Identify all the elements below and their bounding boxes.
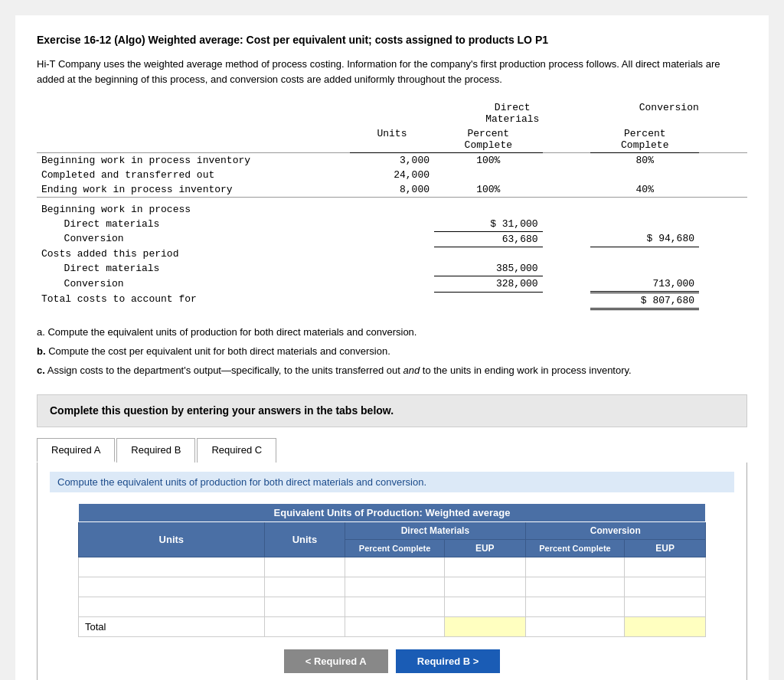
eup-row2-conv-eup-input[interactable] (639, 580, 692, 592)
eup-row2-dm-eup-input[interactable] (458, 580, 511, 592)
dm-header-line2: Materials (485, 113, 539, 125)
dm-header-line1: Direct (495, 102, 531, 113)
units-col-header: Units (377, 128, 407, 139)
eup-row1-dm-eup-input[interactable] (458, 561, 511, 572)
cost-added-dm-label: Direct materials (37, 261, 350, 276)
question-a: a. Compute the equivalent units of produ… (37, 326, 416, 338)
conv-header-line1: Conversion (639, 102, 699, 113)
prev-button[interactable]: < Required A (284, 649, 388, 673)
eup-conv-pct-header: Percent Complete (539, 544, 611, 553)
exercise-title: Exercise 16-12 (Algo) Weighted average: … (37, 34, 747, 46)
eup-table: Equivalent Units of Production: Weighted… (78, 503, 706, 637)
total-costs-label: Total costs to account for (37, 292, 350, 309)
cost-bwip-dm-amt: $ 31,000 (434, 217, 543, 232)
cost-bwip-dm-label: Direct materials (37, 217, 350, 232)
conv-complete-header: Complete (621, 139, 668, 151)
cost-added-conv-dm: 328,000 (434, 276, 543, 293)
eup-total-dm-eup-input[interactable] (458, 620, 511, 632)
dm-pct-header: Percent (468, 128, 510, 139)
tabs-row: Required A Required B Required C (37, 438, 747, 463)
total-costs-amt: $ 807,680 (590, 292, 699, 309)
cost-added-dm-amt: 385,000 (434, 261, 543, 276)
question-b: Compute the cost per equivalent unit for… (48, 345, 390, 357)
row-bwip-conv: 80% (590, 153, 699, 168)
question-c: Assign costs to the department's output—… (47, 365, 632, 376)
eup-total-row: Total (79, 616, 706, 636)
eup-row3-conv-eup-input[interactable] (639, 600, 692, 612)
intro-text: Hi-T Company uses the weighted average m… (37, 57, 747, 87)
row-ewip-dm: 100% (434, 182, 543, 198)
tab-instruction: Compute the equivalent units of producti… (50, 472, 734, 492)
cost-bwip-label: Beginning work in process (37, 202, 350, 217)
complete-box: Complete this question by entering your … (37, 394, 747, 427)
cost-bwip-conv-label: Conversion (37, 231, 350, 247)
questions-section: a. Compute the equivalent units of produ… (37, 324, 747, 379)
row-ewip-units: 8,000 (350, 182, 434, 198)
row-completed-units: 24,000 (350, 168, 434, 182)
question-c-bold: c. (37, 365, 45, 376)
conv-pct-header: Percent (624, 128, 666, 139)
eup-row-2 (79, 577, 706, 597)
eup-row1-units-input[interactable] (278, 561, 332, 572)
cost-bwip-conv-total: $ 94,680 (590, 231, 699, 247)
next-button[interactable]: Required B > (396, 649, 501, 673)
page-container: Exercise 16-12 (Algo) Weighted average: … (15, 15, 769, 680)
cost-added-label: Costs added this period (37, 247, 350, 261)
row-ewip-conv: 40% (590, 182, 699, 198)
eup-total-label: Total (85, 621, 106, 633)
eup-table-title: Equivalent Units of Production: Weighted… (79, 503, 706, 521)
eup-row-1 (79, 557, 706, 577)
eup-row2-dm-pct-input[interactable] (361, 580, 430, 592)
eup-row3-dm-pct-input[interactable] (361, 600, 430, 612)
eup-conv-eup-header: EUP (655, 543, 675, 554)
eup-total-conv-eup-input[interactable] (639, 620, 692, 632)
tab-required-b[interactable]: Required B (116, 438, 195, 463)
eup-row3-dm-eup-input[interactable] (458, 600, 511, 612)
eup-col-units: Units (292, 534, 318, 545)
row-bwip-dm: 100% (434, 153, 543, 168)
eup-conv-group-header: Conversion (590, 525, 641, 536)
row-ewip-label: Ending work in process inventory (37, 182, 350, 198)
tab-content-required-a: Compute the equivalent units of producti… (37, 463, 747, 680)
info-table: Direct Materials Conversion Units Percen… (37, 100, 747, 310)
eup-table-wrapper: Equivalent Units of Production: Weighted… (50, 503, 734, 637)
eup-dm-group-header: Direct Materials (401, 525, 469, 536)
eup-row3-conv-pct-input[interactable] (541, 600, 609, 612)
question-b-bold: b. (37, 345, 46, 357)
eup-row2-conv-pct-input[interactable] (541, 580, 609, 592)
eup-row1-conv-pct-input[interactable] (541, 561, 609, 572)
tab-required-a[interactable]: Required A (37, 438, 115, 463)
cost-bwip-conv-dm-amt: 63,680 (434, 231, 543, 247)
row-completed-label: Completed and transferred out (37, 168, 350, 182)
eup-row2-units-input[interactable] (278, 580, 332, 592)
cost-added-conv-label: Conversion (37, 276, 350, 293)
eup-row1-dm-pct-input[interactable] (361, 561, 430, 572)
tab-required-c[interactable]: Required C (197, 438, 276, 463)
eup-total-units-input[interactable] (278, 620, 332, 632)
row-bwip-label: Beginning work in process inventory (37, 153, 350, 168)
row-bwip-units: 3,000 (350, 153, 434, 168)
eup-dm-eup-header: EUP (475, 543, 495, 554)
cost-added-conv-total: 713,000 (590, 276, 699, 293)
bottom-buttons: < Required A Required B > (50, 649, 734, 673)
eup-dm-pct-header: Percent Complete (359, 544, 431, 553)
complete-box-text: Complete this question by entering your … (50, 404, 394, 417)
dm-complete-header: Complete (465, 139, 512, 151)
eup-row-3 (79, 597, 706, 616)
eup-row1-conv-eup-input[interactable] (639, 561, 692, 572)
eup-row3-units-input[interactable] (278, 600, 332, 612)
eup-units-header: Units (159, 534, 185, 545)
